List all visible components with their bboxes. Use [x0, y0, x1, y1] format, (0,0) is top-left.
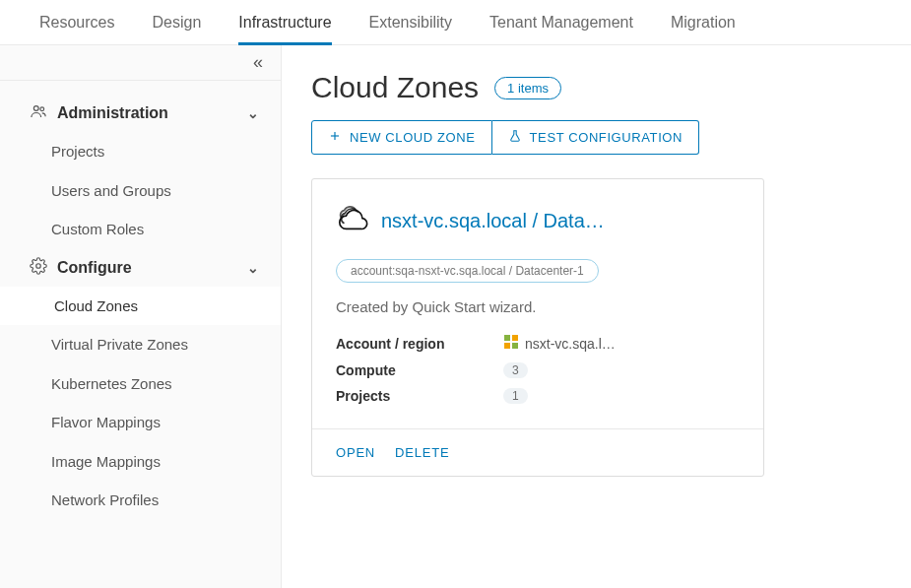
users-icon [30, 102, 47, 124]
card-actions: Open Delete [312, 428, 763, 476]
svg-rect-8 [512, 343, 518, 349]
flask-icon [508, 129, 522, 146]
sidebar-section-label: Administration [57, 104, 168, 122]
tab-infrastructure[interactable]: Infrastructure [238, 14, 331, 44]
chevron-down-icon: ⌄ [247, 260, 259, 276]
sidebar-section-administration[interactable]: Administration ⌄ [0, 95, 281, 132]
row-account-region: Account / region nsxt-vc.sqa.l… [336, 329, 740, 358]
svg-rect-6 [512, 335, 518, 341]
sidebar-item-flavor-mappings[interactable]: Flavor Mappings [0, 403, 281, 442]
projects-label: Projects [336, 388, 503, 404]
cloud-zone-card: nsxt-vc.sqa.local / Data… account:sqa-ns… [311, 178, 764, 477]
row-compute: Compute 3 [336, 358, 740, 383]
sidebar-item-cloud-zones[interactable]: Cloud Zones [0, 287, 281, 326]
sidebar-item-users-groups[interactable]: Users and Groups [0, 171, 281, 211]
sidebar-scroll[interactable]: Administration ⌄ Projects Users and Grou… [0, 81, 281, 588]
svg-point-0 [33, 106, 38, 111]
compute-label: Compute [336, 362, 503, 378]
svg-point-1 [40, 107, 44, 111]
new-cloud-zone-button[interactable]: New Cloud Zone [311, 120, 492, 155]
delete-action[interactable]: Delete [395, 445, 449, 460]
sidebar-section-configure[interactable]: Configure ⌄ [0, 249, 281, 287]
plus-icon [328, 129, 342, 146]
tab-migration[interactable]: Migration [671, 14, 736, 44]
account-region-text: nsxt-vc.sqa.l… [525, 336, 616, 352]
collapse-icon[interactable]: « [253, 52, 263, 73]
vsphere-icon [503, 334, 519, 353]
sidebar-item-virtual-private-zones[interactable]: Virtual Private Zones [0, 325, 281, 364]
svg-point-2 [36, 263, 41, 268]
card-title-row[interactable]: nsxt-vc.sqa.local / Data… [336, 203, 740, 239]
account-region-label: Account / region [336, 336, 503, 352]
sidebar-item-kubernetes-zones[interactable]: Kubernetes Zones [0, 364, 281, 404]
tab-resources[interactable]: Resources [39, 14, 114, 44]
account-tag[interactable]: account:sqa-nsxt-vc.sqa.local / Datacent… [336, 259, 599, 283]
tab-extensibility[interactable]: Extensibility [369, 14, 452, 44]
svg-rect-7 [504, 343, 510, 349]
compute-count-badge[interactable]: 3 [503, 362, 528, 378]
row-projects: Projects 1 [336, 383, 740, 409]
action-row: New Cloud Zone Test Configuration [311, 120, 879, 155]
open-action[interactable]: Open [336, 445, 375, 460]
top-tabs: Resources Design Infrastructure Extensib… [0, 0, 911, 45]
tab-design[interactable]: Design [152, 14, 201, 44]
page-title: Cloud Zones [311, 71, 479, 104]
cloud-icon [336, 203, 369, 239]
sidebar: « Administration ⌄ Projects Users and Gr… [0, 45, 282, 588]
sidebar-item-network-profiles[interactable]: Network Profiles [0, 481, 281, 520]
sidebar-collapse-bar: « [0, 45, 281, 81]
sidebar-item-projects[interactable]: Projects [0, 132, 281, 171]
items-count-badge: 1 items [494, 77, 561, 99]
sidebar-section-label: Configure [57, 259, 132, 277]
tab-tenant-management[interactable]: Tenant Management [489, 14, 633, 44]
svg-rect-5 [504, 335, 510, 341]
sidebar-item-custom-roles[interactable]: Custom Roles [0, 210, 281, 249]
chevron-down-icon: ⌄ [247, 105, 259, 121]
page-header: Cloud Zones 1 items [311, 71, 879, 104]
gear-icon [30, 257, 47, 279]
test-configuration-label: Test Configuration [530, 130, 683, 145]
new-cloud-zone-label: New Cloud Zone [350, 130, 476, 145]
sidebar-item-image-mappings[interactable]: Image Mappings [0, 442, 281, 482]
card-description: Created by Quick Start wizard. [336, 298, 740, 315]
account-region-value: nsxt-vc.sqa.l… [503, 334, 616, 353]
test-configuration-button[interactable]: Test Configuration [492, 120, 700, 155]
card-title: nsxt-vc.sqa.local / Data… [381, 210, 605, 232]
projects-count-badge[interactable]: 1 [503, 388, 528, 404]
content-area: Cloud Zones 1 items New Cloud Zone Test … [282, 45, 911, 588]
